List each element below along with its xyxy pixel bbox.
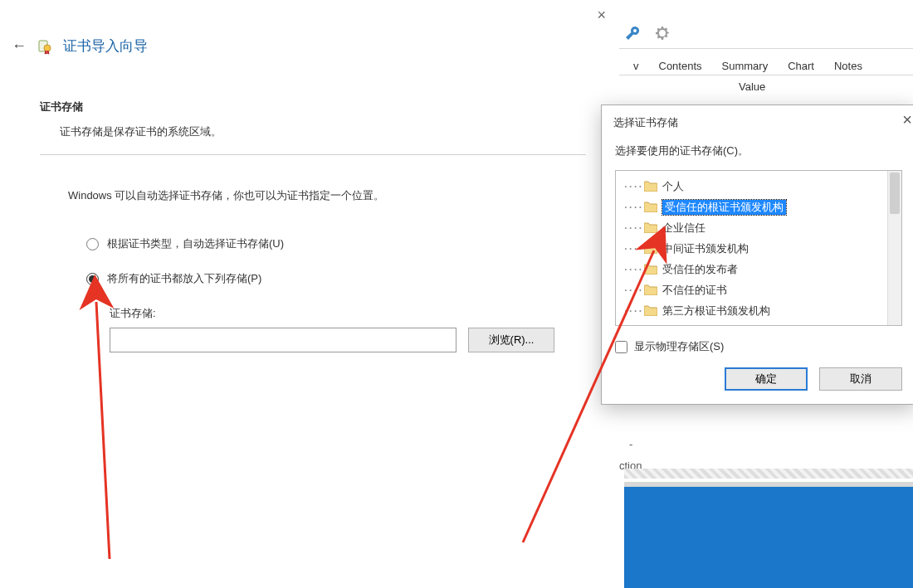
folder-icon <box>644 284 657 295</box>
tree-connector: ···· <box>622 242 639 255</box>
folder-icon <box>644 181 657 192</box>
tab-fragment-v[interactable]: v <box>624 56 648 75</box>
value-column-header: Value <box>619 75 913 98</box>
cert-wizard-icon <box>37 38 53 55</box>
tree-item-5[interactable]: ····不信任的证书 <box>619 279 898 300</box>
show-physical-checkbox[interactable] <box>615 341 627 353</box>
bg-desktop <box>624 482 913 588</box>
browse-button[interactable]: 浏览(R)... <box>468 328 554 352</box>
tree-connector: ···· <box>622 201 639 213</box>
section-description: 证书存储是保存证书的系统区域。 <box>40 124 586 139</box>
tree-item-label: 企业信任 <box>662 221 706 236</box>
section-heading: 证书存储 <box>40 100 586 114</box>
tab-notes[interactable]: Notes <box>825 56 872 75</box>
close-icon[interactable]: × <box>902 110 912 129</box>
dialog-buttons: 确定 取消 <box>602 357 913 404</box>
tree-item-label: 中间证书颁发机构 <box>662 241 749 256</box>
scrollbar[interactable] <box>887 171 901 325</box>
wizard-title: 证书导入向导 <box>63 36 148 56</box>
tree-item-label: 不信任的证书 <box>662 283 727 298</box>
auto-select-hint: Windows 可以自动选择证书存储，你也可以为证书指定一个位置。 <box>40 188 586 203</box>
dialog-title: 选择证书存储 <box>613 116 678 129</box>
store-radio-group: 根据证书类型，自动选择证书存储(U) 将所有的证书都放入下列存储(P) 证书存储… <box>40 236 586 352</box>
show-physical-checkbox-row[interactable]: 显示物理存储区(S) <box>602 326 913 357</box>
folder-icon <box>644 243 657 254</box>
scrollbar-thumb[interactable] <box>890 173 900 214</box>
folder-icon <box>644 202 657 212</box>
tree-item-4[interactable]: ····受信任的发布者 <box>619 259 898 279</box>
folder-icon <box>644 264 657 275</box>
tree-item-0[interactable]: ····个人 <box>619 176 898 197</box>
tree-item-6[interactable]: ····第三方根证书颁发机构 <box>619 300 898 321</box>
tree-connector: ···· <box>622 221 639 234</box>
wizard-body: 证书存储 证书存储是保存证书的系统区域。 Windows 可以自动选择证书存储，… <box>40 100 586 352</box>
gear-icon[interactable] <box>654 25 671 41</box>
tab-chart[interactable]: Chart <box>779 56 823 75</box>
tree-connector: ···· <box>622 180 639 192</box>
radio-auto-select[interactable]: 根据证书类型，自动选择证书存储(U) <box>86 236 586 251</box>
store-tree: ····个人····受信任的根证书颁发机构····企业信任····中间证书颁发机… <box>615 170 902 326</box>
tab-contents[interactable]: Contents <box>650 56 711 75</box>
close-icon[interactable]: × <box>597 7 606 24</box>
wizard-header: ← 证书导入向导 <box>12 36 148 56</box>
background-tabs: v Contents Summary Chart Notes <box>619 54 913 75</box>
tree-connector: ···· <box>622 284 639 296</box>
cancel-button[interactable]: 取消 <box>819 367 902 391</box>
radio-manual-select[interactable]: 将所有的证书都放入下列存储(P) <box>86 271 586 286</box>
radio-manual-input[interactable] <box>86 273 99 285</box>
tab-summary[interactable]: Summary <box>713 56 778 75</box>
folder-icon <box>644 305 657 316</box>
tree-item-label: 受信任的根证书颁发机构 <box>662 200 786 215</box>
tree-item-2[interactable]: ····企业信任 <box>619 217 898 238</box>
tree-item-label: 第三方根证书颁发机构 <box>662 304 770 318</box>
store-input[interactable] <box>110 328 456 352</box>
bg-text-dash: - <box>629 438 632 450</box>
show-physical-label: 显示物理存储区(S) <box>634 339 724 354</box>
radio-auto-label: 根据证书类型，自动选择证书存储(U) <box>107 236 284 251</box>
folder-icon <box>644 222 657 233</box>
tree-connector: ···· <box>622 263 639 275</box>
ok-button[interactable]: 确定 <box>725 367 808 391</box>
tree-item-label: 个人 <box>662 179 684 194</box>
tree-connector: ···· <box>622 304 639 317</box>
tree-item-3[interactable]: ····中间证书颁发机构 <box>619 238 898 259</box>
radio-manual-label: 将所有的证书都放入下列存储(P) <box>107 271 261 286</box>
select-store-dialog: 选择证书存储 × 选择要使用的证书存储(C)。 ····个人····受信任的根证… <box>601 104 913 405</box>
tree-item-label: 受信任的发布者 <box>662 262 738 277</box>
divider <box>40 154 586 155</box>
dialog-title-bar: 选择证书存储 × <box>602 105 913 137</box>
store-subsection: 证书存储: 浏览(R)... <box>86 306 586 352</box>
divider <box>619 48 913 49</box>
radio-auto-input[interactable] <box>86 238 99 250</box>
tree-item-1[interactable]: ····受信任的根证书颁发机构 <box>619 197 898 217</box>
background-toolbar <box>619 25 671 41</box>
back-arrow-icon[interactable]: ← <box>12 37 27 55</box>
cert-import-wizard-window: × ← 证书导入向导 证书存储 证书存储是保存证书的系统区域。 Windows … <box>0 0 619 588</box>
svg-point-1 <box>44 45 51 51</box>
store-field-label: 证书存储: <box>110 306 586 321</box>
dialog-prompt: 选择要使用的证书存储(C)。 <box>602 137 913 170</box>
wrench-icon[interactable] <box>624 25 641 41</box>
